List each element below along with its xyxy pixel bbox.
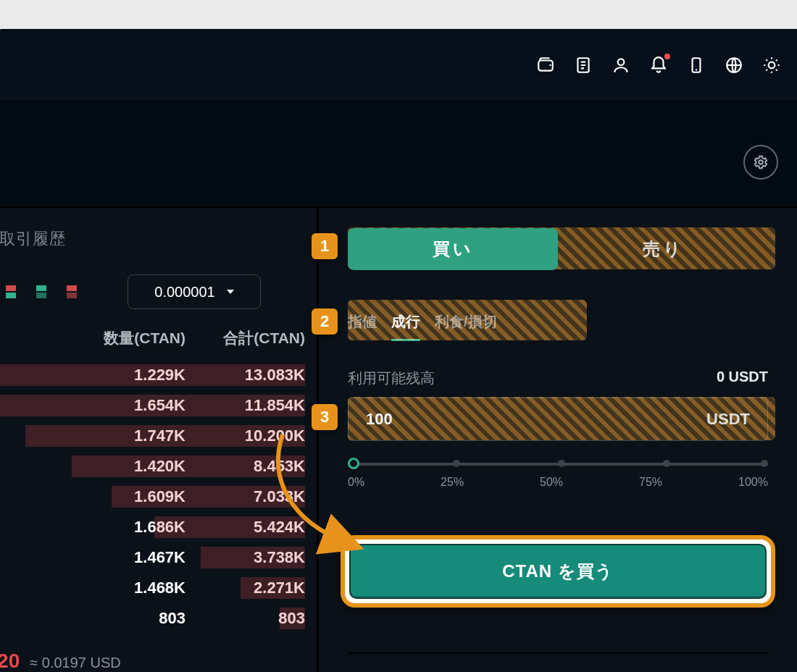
- orders-icon[interactable]: [572, 54, 594, 76]
- orderbook-row[interactable]: 8441.420K8.453K: [0, 451, 305, 482]
- depth-bar: [25, 425, 305, 447]
- ot-limit[interactable]: 指値: [348, 312, 377, 341]
- last-price-usd: ≈ 0.0197 USD: [30, 655, 121, 671]
- side-tab-sell[interactable]: 売り: [558, 228, 768, 270]
- col-qty: 数量(CTAN): [59, 328, 185, 348]
- orderbook-row[interactable]: 7851.467K3.738K: [0, 542, 305, 573]
- wallet-icon[interactable]: [535, 54, 556, 76]
- orderbook-row[interactable]: 7651.468K2.271K: [0, 573, 305, 603]
- precision-select[interactable]: 0.000001: [128, 274, 261, 309]
- buy-button[interactable]: CTAN を買う: [351, 545, 765, 597]
- tick-50: 50%: [540, 476, 563, 489]
- slider-thumb[interactable]: [348, 458, 359, 469]
- depth-bar: [280, 608, 305, 629]
- amount-input[interactable]: [366, 410, 706, 429]
- tab-trade-history[interactable]: 取引履歴: [0, 228, 66, 261]
- price-cell: 785: [0, 548, 59, 567]
- ot-stop[interactable]: 利食/損切: [435, 312, 497, 341]
- depth-bar: [154, 516, 305, 538]
- last-price: .019720: [0, 650, 20, 672]
- orderbook-row[interactable]: 9031.229K13.083K: [0, 360, 305, 390]
- depth-asks-icon[interactable]: [67, 285, 77, 298]
- device-icon[interactable]: [685, 54, 707, 76]
- price-cell: 844: [0, 457, 59, 476]
- buy-button-highlight: CTAN を買う: [341, 535, 775, 608]
- price-cell: 746: [0, 609, 59, 628]
- available-value: 0 USDT: [717, 369, 768, 388]
- amount-input-group: USDT: [348, 398, 768, 441]
- header-toolbar: [0, 29, 797, 101]
- bell-icon[interactable]: [648, 54, 669, 76]
- tick-75: 75%: [639, 476, 662, 489]
- precision-value: 0.000001: [154, 284, 214, 301]
- orderbook-panel: 板 取引履歴 0.000001 USDT) 数量(CTAN) 合計(CTAN): [0, 208, 319, 672]
- ot-market[interactable]: 成行: [391, 312, 420, 341]
- depth-bar: [72, 455, 305, 477]
- orderbook-row[interactable]: 8641.747K10.200K: [0, 421, 305, 451]
- notification-dot: [664, 54, 670, 59]
- tick-0: 0%: [348, 476, 364, 489]
- amount-unit: USDT: [706, 410, 750, 429]
- chevron-down-icon: [227, 290, 234, 294]
- price-cell: 765: [0, 579, 59, 597]
- qty-cell: 1.467K: [59, 548, 185, 567]
- market-info-panel: [0, 101, 797, 207]
- divider: [348, 652, 768, 654]
- available-label: 利用可能残高: [348, 369, 435, 388]
- col-price: USDT): [0, 328, 59, 348]
- depth-bar: [241, 577, 305, 599]
- price-cell: 805: [0, 518, 59, 537]
- qty-cell: 1.468K: [59, 579, 185, 597]
- orderbook-row[interactable]: 8841.654K11.854K: [0, 390, 305, 421]
- orderbook-row[interactable]: 8241.609K7.033K: [0, 482, 305, 512]
- side-tab-buy[interactable]: 買い: [348, 228, 558, 270]
- col-total: 合計(CTAN): [185, 328, 305, 348]
- account-icon[interactable]: [610, 54, 632, 76]
- orderbook-row[interactable]: 8051.686K5.424K: [0, 512, 305, 542]
- settings-button[interactable]: [743, 145, 778, 180]
- svg-point-6: [759, 160, 763, 164]
- globe-icon[interactable]: [723, 54, 745, 76]
- order-form-panel: 買い 売り 指値 成行 利食/損切 利用可能残高 0 USDT USDT: [319, 208, 797, 672]
- tick-25: 25%: [441, 476, 464, 489]
- svg-point-5: [769, 62, 775, 68]
- price-cell: 824: [0, 487, 59, 506]
- qty-cell: 803: [59, 609, 185, 628]
- depth-bids-icon[interactable]: [36, 285, 46, 298]
- sun-icon[interactable]: [761, 54, 783, 76]
- depth-bar: [0, 395, 305, 416]
- orderbook-row[interactable]: 746803803: [0, 603, 305, 634]
- depth-both-icon[interactable]: [6, 285, 16, 298]
- svg-point-2: [618, 59, 625, 65]
- tick-100: 100%: [738, 476, 768, 489]
- depth-bar: [112, 486, 305, 508]
- amount-slider[interactable]: 0% 25% 50% 75% 100%: [348, 463, 768, 489]
- depth-bar: [201, 547, 305, 568]
- depth-bar: [0, 364, 305, 386]
